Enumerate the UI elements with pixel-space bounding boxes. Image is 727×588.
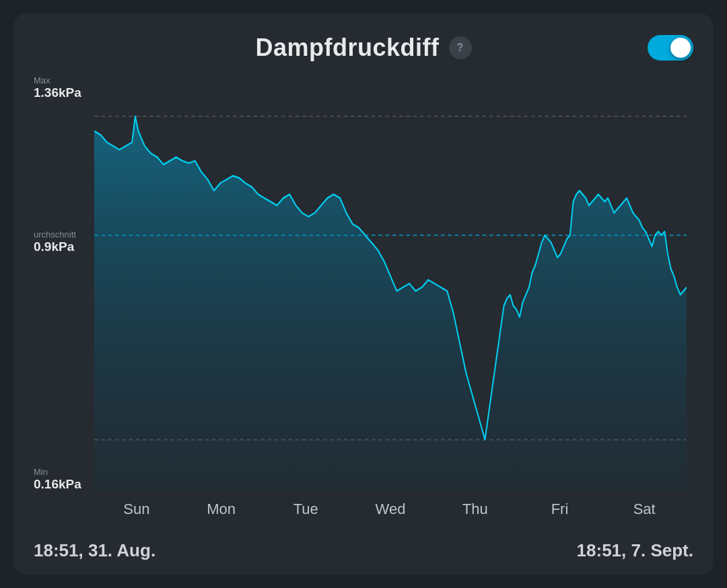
- y-min-label: Min: [34, 467, 81, 477]
- enable-toggle[interactable]: [648, 35, 693, 61]
- chart-container: Sun Mon Tue Wed Thu Fri Sat: [94, 75, 687, 532]
- y-avg-group: urchschnitt 0.9kPa: [34, 229, 76, 254]
- chart-svg: [94, 75, 687, 492]
- x-axis: Sun Mon Tue Wed Thu Fri Sat: [94, 495, 687, 532]
- x-label-thu: Thu: [433, 501, 518, 518]
- help-button[interactable]: ?: [449, 36, 472, 59]
- y-min-group: Min 0.16kPa: [34, 467, 81, 492]
- x-label-fri: Fri: [518, 501, 602, 518]
- toggle-wrap: [648, 35, 693, 61]
- end-time: 18:51, 7. Sept.: [577, 540, 693, 561]
- header: Dampfdruckdiff ?: [34, 34, 693, 62]
- y-max-group: Max 1.36kPa: [34, 75, 81, 100]
- x-label-mon: Mon: [179, 501, 264, 518]
- time-row: 18:51, 31. Aug. 18:51, 7. Sept.: [34, 540, 693, 561]
- y-axis: Max 1.36kPa urchschnitt 0.9kPa Min 0.16k…: [34, 75, 94, 492]
- x-label-wed: Wed: [348, 501, 433, 518]
- y-max-value: 1.36kPa: [34, 85, 81, 100]
- y-max-label: Max: [34, 75, 81, 85]
- y-avg-label: urchschnitt: [34, 229, 76, 240]
- x-label-sun: Sun: [94, 501, 179, 518]
- x-label-tue: Tue: [263, 501, 348, 518]
- y-min-value: 0.16kPa: [34, 477, 81, 492]
- chart-area: Max 1.36kPa urchschnitt 0.9kPa Min 0.16k…: [34, 75, 693, 532]
- toggle-knob: [670, 38, 691, 58]
- main-card: Dampfdruckdiff ? Max 1.36kPa urchschnitt…: [13, 13, 714, 575]
- x-label-sat: Sat: [602, 501, 687, 518]
- page-title: Dampfdruckdiff: [255, 34, 439, 62]
- y-avg-value: 0.9kPa: [34, 240, 76, 254]
- start-time: 18:51, 31. Aug.: [34, 540, 155, 561]
